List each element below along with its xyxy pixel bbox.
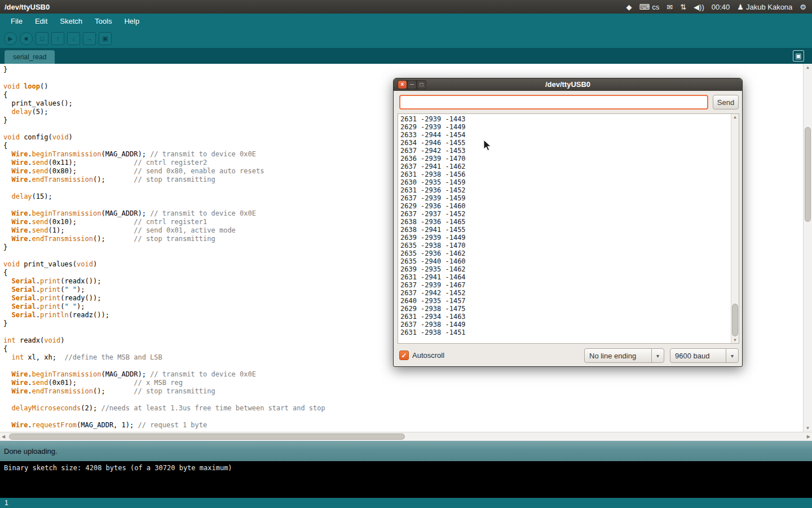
- menu-edit[interactable]: Edit: [29, 14, 54, 29]
- scroll-up-icon[interactable]: ▲: [731, 115, 739, 120]
- line-ending-dropdown[interactable]: No line ending ▾: [584, 348, 664, 363]
- down-arrow-icon: ↓: [72, 36, 76, 42]
- code-line: [3, 396, 803, 404]
- line-ending-value: No line ending: [585, 352, 651, 360]
- serial-line: 2631 -2939 -1443: [400, 115, 729, 123]
- serial-line: 2635 -2938 -1470: [400, 242, 729, 249]
- menu-tools[interactable]: Tools: [89, 14, 118, 29]
- code-line: Wire.beginTransmission(MAG_ADDR); // tra…: [3, 370, 803, 379]
- tab-menu-icon: ▣: [795, 52, 801, 60]
- serial-line: 2630 -2935 -1459: [400, 178, 729, 186]
- mail-indicator[interactable]: ✉: [667, 3, 673, 11]
- volume-indicator[interactable]: ◀)): [694, 3, 704, 11]
- menu-file[interactable]: File: [5, 14, 29, 29]
- serial-line: 2637 -2941 -1462: [400, 163, 729, 170]
- tab-bar: serial_read ▣: [0, 48, 812, 64]
- stop-icon: ■: [24, 36, 28, 42]
- serial-line: 2634 -2946 -1455: [400, 139, 729, 147]
- tray-indicator-icon[interactable]: ◆: [626, 3, 632, 11]
- scroll-right-icon[interactable]: ▶: [807, 434, 810, 439]
- serial-monitor-titlebar[interactable]: /dev/ttyUSB0 × ─ □: [394, 78, 742, 91]
- editor-hscroll-handle[interactable]: [9, 433, 405, 440]
- tab-serial-read[interactable]: serial_read: [5, 50, 55, 64]
- new-sketch-button[interactable]: □: [36, 32, 48, 45]
- envelope-icon: ✉: [667, 3, 673, 11]
- serial-scroll-handle[interactable]: [732, 304, 738, 336]
- keyboard-layout-indicator[interactable]: ⌨cs: [639, 3, 660, 11]
- save-sketch-button[interactable]: ↓: [67, 32, 80, 45]
- user-menu-label: Jakub Kakona: [746, 3, 792, 11]
- scroll-down-icon[interactable]: ▼: [731, 338, 739, 343]
- serial-line: 2639 -2939 -1449: [400, 234, 729, 242]
- stop-button[interactable]: ■: [20, 32, 33, 45]
- serial-line: 2635 -2936 -1462: [400, 249, 729, 257]
- dropdown-arrow-icon[interactable]: ▾: [651, 349, 664, 362]
- menu-bar: FileEditSketchToolsHelp: [0, 14, 812, 29]
- line-number: 1: [5, 499, 8, 507]
- serial-scrollbar[interactable]: ▲ ▼: [731, 114, 739, 343]
- serial-monitor-button[interactable]: ▣: [99, 32, 112, 45]
- scroll-left-icon[interactable]: ◀: [2, 434, 5, 439]
- minimize-button[interactable]: ─: [408, 81, 416, 89]
- up-arrow-icon: ↑: [56, 36, 60, 42]
- window-buttons: × ─ □: [398, 80, 426, 89]
- new-file-icon: □: [40, 36, 44, 42]
- system-tray: ◆⌨cs✉⇅◀))00:40♟Jakub Kakona⚙: [626, 3, 812, 11]
- serial-output-area[interactable]: 2631 -2939 -14432629 -2939 -14492633 -29…: [398, 113, 739, 344]
- serial-line: 2629 -2938 -1475: [400, 305, 729, 313]
- serial-line: 2635 -2940 -1460: [400, 257, 729, 265]
- serial-line: 2631 -2936 -1452: [400, 186, 729, 194]
- user-menu[interactable]: ♟Jakub Kakona: [737, 3, 792, 11]
- serial-line: 2631 -2941 -1464: [400, 273, 729, 281]
- system-panel: /dev/ttyUSB0 ◆⌨cs✉⇅◀))00:40♟Jakub Kakona…: [0, 0, 812, 14]
- editor-horizontal-scrollbar[interactable]: ◀ ▶: [0, 432, 812, 441]
- status-text: Done uploading.: [4, 447, 58, 456]
- close-button[interactable]: ×: [398, 81, 407, 89]
- monitor-icon: ▣: [102, 36, 108, 42]
- menu-help[interactable]: Help: [118, 14, 145, 29]
- dropdown-arrow-icon[interactable]: ▾: [726, 349, 738, 362]
- gear-icon: ⚙: [800, 3, 806, 11]
- right-arrow-icon: →: [86, 36, 92, 42]
- baud-rate-dropdown[interactable]: 9600 baud ▾: [670, 348, 739, 363]
- keyboard-icon: ⌨: [639, 3, 650, 11]
- open-sketch-button[interactable]: ↑: [51, 32, 64, 45]
- play-icon: ▶: [8, 36, 12, 42]
- check-icon: ✓: [401, 352, 407, 360]
- serial-send-input[interactable]: [399, 95, 708, 110]
- clock-label: 00:40: [712, 3, 730, 11]
- editor-vscroll-handle[interactable]: [805, 127, 811, 222]
- session-menu[interactable]: ⚙: [800, 3, 806, 11]
- editor-vertical-scrollbar[interactable]: ▲ ▼: [803, 64, 812, 432]
- serial-line: 2637 -2938 -1449: [400, 321, 729, 329]
- toolbar: ▶■□↑↓→▣: [0, 29, 812, 48]
- serial-output: 2631 -2939 -14432629 -2939 -14492633 -29…: [398, 114, 731, 338]
- serial-line: 2637 -2939 -1467: [400, 281, 729, 289]
- code-line: Wire.requestFrom(MAG_ADDR, 1); // reques…: [3, 421, 803, 430]
- speaker-icon: ◀)): [694, 3, 704, 11]
- keyboard-layout-indicator-label: cs: [652, 3, 659, 11]
- serial-line: 2637 -2942 -1452: [400, 289, 729, 297]
- scroll-down-icon[interactable]: ▼: [804, 426, 812, 431]
- upload-button[interactable]: →: [83, 32, 96, 45]
- verify-button[interactable]: ▶: [4, 32, 17, 45]
- status-bar: Done uploading.: [0, 441, 812, 461]
- tab-menu-button[interactable]: ▣: [793, 50, 804, 62]
- network-indicator[interactable]: ⇅: [680, 3, 686, 11]
- updown-arrows-icon: ⇅: [680, 3, 686, 11]
- serial-line: 2640 -2935 -1457: [400, 297, 729, 305]
- maximize-button[interactable]: □: [417, 81, 426, 89]
- serial-line: 2637 -2942 -1453: [400, 147, 729, 155]
- send-button[interactable]: Send: [713, 95, 739, 110]
- diamond-icon: ◆: [626, 3, 632, 11]
- code-line: delayMicroseconds(2); //needs at least 1…: [3, 404, 803, 413]
- line-number-bar: 1: [0, 498, 812, 508]
- serial-line: 2631 -2938 -1451: [400, 329, 729, 336]
- console-text: Binary sketch size: 4208 bytes (of a 307…: [4, 464, 232, 472]
- menu-sketch[interactable]: Sketch: [54, 14, 89, 29]
- autoscroll-checkbox[interactable]: ✓: [399, 351, 409, 360]
- clock[interactable]: 00:40: [712, 3, 730, 11]
- serial-line: 2638 -2936 -1465: [400, 218, 729, 226]
- scroll-up-icon[interactable]: ▲: [804, 65, 812, 70]
- code-line: Wire.send(0x01); // x MSB reg: [3, 379, 803, 387]
